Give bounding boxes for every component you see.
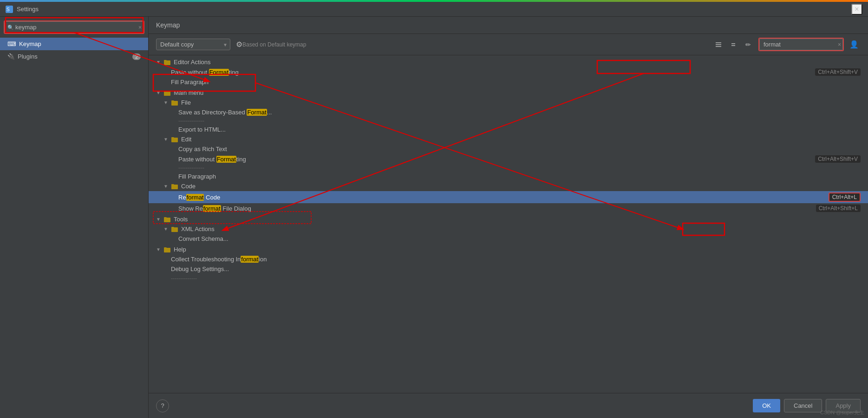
fill-paragraph-label: Fill Paragraph (171, 79, 861, 86)
section-editor-actions: ▼ Editor Actions Paste without Formattin… (149, 57, 868, 87)
search-filter-clear-icon[interactable]: × (838, 41, 841, 48)
highlight-format: Format (216, 156, 236, 163)
edit-paste-shortcut: Ctrl+Alt+Shift+V (815, 155, 861, 163)
folder-icon (163, 246, 171, 253)
close-button[interactable]: × (851, 4, 862, 15)
edit-fill-paragraph-item[interactable]: Fill Paragraph (149, 172, 868, 181)
folder-icon (171, 100, 178, 106)
sidebar-search-input[interactable] (5, 21, 144, 33)
help-button[interactable]: ? (156, 399, 169, 412)
edit-group[interactable]: ▼ Edit (149, 134, 868, 144)
show-reformat-file-dialog-label: Show Reformat File Dialog (178, 205, 812, 212)
highlight-format: Format (209, 69, 229, 76)
show-reformat-file-dialog-item[interactable]: Show Reformat File Dialog Ctrl+Alt+Shift… (149, 203, 868, 213)
cancel-button[interactable]: Cancel (784, 399, 822, 412)
keymap-icon: ⌨ (7, 40, 16, 47)
convert-schema-label: Convert Schema... (178, 235, 861, 242)
debug-log-settings-item[interactable]: Debug Log Settings... (149, 264, 868, 274)
copy-as-rich-text-item[interactable]: Copy as Rich Text (149, 144, 868, 154)
expand-all-button[interactable] (712, 39, 725, 51)
folder-icon (171, 136, 178, 143)
plugins-badge: 2 (132, 53, 141, 60)
reformat-code-label: Reformat Code (178, 194, 825, 201)
save-as-directory-item[interactable]: Save as Directory-Based Format... (149, 107, 868, 117)
separator-label-3: -------------- (171, 275, 197, 282)
search-filter-wrapper: × (758, 38, 844, 51)
help-group-label: Help (174, 246, 186, 253)
folder-icon (163, 59, 171, 66)
convert-schema-item[interactable]: Convert Schema... (149, 234, 868, 244)
section-main-menu: ▼ Main menu ▼ File (149, 88, 868, 213)
window-title: Settings (17, 6, 851, 13)
collapse-arrow-icon: ▼ (163, 226, 171, 232)
tools-group[interactable]: ▼ Tools (149, 214, 868, 224)
highlight-format-show: format (203, 205, 221, 212)
search-by-shortcut-button[interactable]: 👤 (848, 38, 861, 51)
collapse-arrow-icon: ▼ (156, 247, 163, 252)
plugins-icon: 🔌 (7, 53, 15, 60)
collapse-arrow-icon: ▼ (156, 217, 163, 222)
keymap-search-input[interactable] (759, 39, 843, 50)
paste-without-formatting-shortcut: Ctrl+Alt+Shift+V (815, 68, 861, 76)
edit-group-label: Edit (181, 136, 191, 143)
highlight-format: Format (247, 109, 267, 116)
editor-actions-group[interactable]: ▼ Editor Actions (149, 57, 868, 67)
main-menu-group[interactable]: ▼ Main menu (149, 88, 868, 98)
collapse-arrow-icon: ▼ (163, 100, 171, 105)
app-icon: S (6, 6, 13, 13)
main-menu-label: Main menu (174, 89, 203, 96)
editor-actions-label: Editor Actions (174, 59, 211, 66)
collapse-arrow-icon: ▼ (163, 184, 171, 189)
copy-as-rich-text-label: Copy as Rich Text (178, 146, 861, 153)
watermark: CSDN @super先生 (820, 409, 864, 416)
export-to-html-label: Export to HTML... (178, 126, 861, 133)
sidebar-search-area: 🔍 × (4, 20, 144, 34)
save-as-directory-label: Save as Directory-Based Format... (178, 109, 861, 116)
based-on-text: Based on Default keymap (242, 41, 306, 48)
highlight-format-info: format (241, 256, 259, 263)
keymap-profile-select[interactable]: Default copy Default (156, 39, 230, 50)
svg-text:S: S (7, 7, 10, 12)
folder-icon (171, 226, 178, 232)
collapse-arrow-icon: ▼ (163, 137, 171, 142)
xml-actions-group[interactable]: ▼ XML Actions (149, 224, 868, 234)
edit-shortcut-button[interactable]: ✏ (742, 39, 755, 51)
show-reformat-shortcut: Ctrl+Alt+Shift+L (816, 205, 861, 212)
sidebar-item-plugins[interactable]: 🔌 Plugins 2 (0, 50, 148, 63)
export-to-html-item[interactable]: Export to HTML... (149, 125, 868, 134)
section-help: ▼ Help Collect Troubleshooting Informati… (149, 245, 868, 283)
collapse-arrow-icon: ▼ (156, 60, 163, 65)
separator-label-2: -------------- (178, 165, 204, 171)
paste-without-formatting-item[interactable]: Paste without Formatting Ctrl+Alt+Shift+… (149, 67, 868, 77)
fill-paragraph-item[interactable]: Fill Paragraph (149, 77, 868, 87)
edit-paste-without-formatting-item[interactable]: Paste without Formatting Ctrl+Alt+Shift+… (149, 154, 868, 164)
separator-label: -------------- (178, 118, 204, 124)
help-separator-row: -------------- (149, 274, 868, 283)
xml-actions-label: XML Actions (181, 226, 215, 232)
help-group[interactable]: ▼ Help (149, 245, 868, 254)
tools-group-label: Tools (174, 216, 188, 223)
keymap-section-title: Keymap (156, 21, 180, 29)
folder-icon (163, 90, 171, 96)
collapse-arrow-icon: ▼ (156, 90, 163, 95)
collect-troubleshooting-item[interactable]: Collect Troubleshooting Information (149, 254, 868, 264)
code-group[interactable]: ▼ Code (149, 181, 868, 191)
file-group[interactable]: ▼ File (149, 98, 868, 107)
sidebar-item-keymap[interactable]: ⌨ Keymap (0, 38, 148, 50)
folder-icon (163, 216, 171, 223)
collapse-all-button[interactable] (727, 39, 740, 51)
keymap-settings-button[interactable]: ⚙ (236, 40, 242, 49)
edit-paste-without-formatting-label: Paste without Formatting (178, 156, 811, 163)
search-clear-icon[interactable]: × (138, 24, 142, 31)
sidebar-item-keymap-label: Keymap (19, 40, 41, 47)
dialog-footer: ? OK Cancel Apply (149, 393, 868, 418)
separator-row: -------------- (149, 117, 868, 125)
reformat-code-shortcut: Ctrl+Alt+L (829, 192, 861, 202)
section-tools: ▼ Tools ▼ XML Actions Conv (149, 214, 868, 244)
collect-troubleshooting-label: Collect Troubleshooting Information (171, 256, 861, 263)
reformat-code-item[interactable]: Reformat Code Ctrl+Alt+L (149, 191, 868, 203)
sidebar-item-plugins-label: Plugins (18, 53, 38, 60)
code-group-label: Code (181, 183, 196, 190)
ok-button[interactable]: OK (753, 399, 780, 412)
edit-fill-paragraph-label: Fill Paragraph (178, 173, 861, 180)
